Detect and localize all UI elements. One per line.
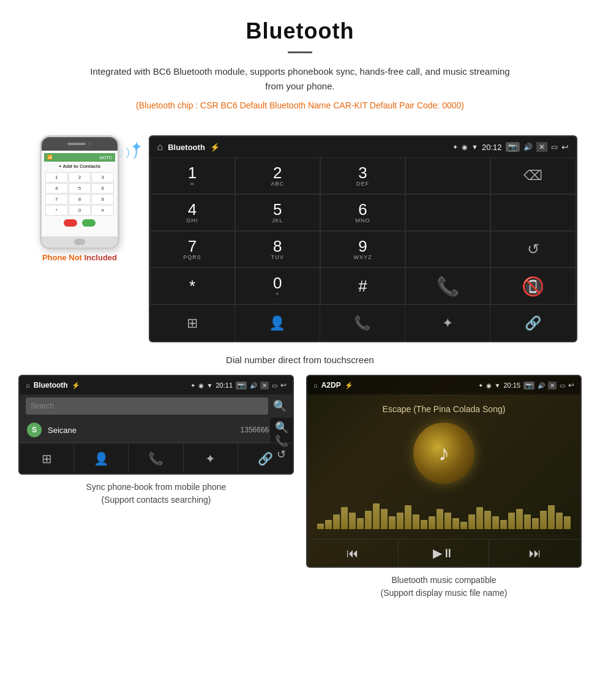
pb-contact-row[interactable]: S Seicane 13566664466 <box>20 418 293 443</box>
pb-bottom-phone[interactable]: 📞 <box>129 443 183 473</box>
music-camera-icon[interactable]: 📷 <box>523 382 534 390</box>
dial-empty-3a <box>405 231 490 268</box>
music-title: A2DP <box>321 381 341 390</box>
dial-call-btn[interactable]: 📞 <box>405 268 490 304</box>
dial-bottom-bar: ⊞ 👤 📞 ✦ 🔗 <box>150 304 576 341</box>
header-description: Integrated with BC6 Bluetooth module, su… <box>86 64 514 94</box>
music-album-art: ♪ <box>413 423 474 484</box>
dial-bottom-apps[interactable]: ⊞ <box>150 305 235 341</box>
dial-key-8[interactable]: 8 TUV <box>235 231 320 268</box>
pb-bt-icon: ✦ <box>190 382 195 389</box>
pb-bottom-apps[interactable]: ⊞ <box>20 443 74 473</box>
pb-home-icon[interactable]: ⌂ <box>26 382 30 389</box>
pb-search-placeholder: Search <box>31 402 54 410</box>
car-camera-icon[interactable]: 📷 <box>506 142 520 152</box>
car-status-bar: ⌂ Bluetooth ⚡ ✦ ◉ ▼ 20:12 📷 🔊 ✕ ▭ ↩ <box>150 137 576 157</box>
music-usb-icon: ⚡ <box>345 382 353 390</box>
music-play-btn[interactable]: ▶⏸ <box>399 540 490 566</box>
pb-loc-icon: ◉ <box>198 382 204 389</box>
middle-section: ) ) ) ✦ 📶 MOTO + Add to Contacts <box>0 123 600 348</box>
dial-key-4[interactable]: 4 GHI <box>150 194 235 231</box>
pb-close-icon[interactable]: ✕ <box>260 382 269 390</box>
dial-bottom-link[interactable]: 🔗 <box>490 305 576 341</box>
pb-bottom-contacts[interactable]: 👤 <box>74 443 129 473</box>
pb-vol-icon[interactable]: 🔊 <box>250 382 257 389</box>
music-caption: Bluetooth music compatible (Support disp… <box>378 568 511 602</box>
dial-key-0[interactable]: 0 + <box>235 268 320 304</box>
pb-title: Bluetooth <box>34 381 68 390</box>
music-song-title: Escape (The Pina Colada Song) <box>383 404 506 414</box>
phonebook-item: ⌂ Bluetooth ⚡ ✦ ◉ ▼ 20:11 📷 🔊 ✕ ▭ ↩ <box>18 375 294 602</box>
car-bluetooth-icon: ✦ <box>452 143 458 151</box>
pb-screen-icon[interactable]: ▭ <box>272 382 277 389</box>
phone-not-included-label: Phone Not Included <box>42 253 117 262</box>
dial-refresh-btn[interactable]: ↺ <box>490 231 576 268</box>
dial-bottom-bluetooth[interactable]: ✦ <box>405 305 490 341</box>
dial-key-9[interactable]: 9 WXYZ <box>320 231 405 268</box>
music-vol-icon[interactable]: 🔊 <box>538 382 545 389</box>
phonebook-screen: ⌂ Bluetooth ⚡ ✦ ◉ ▼ 20:11 📷 🔊 ✕ ▭ ↩ <box>18 375 294 475</box>
car-location-icon: ◉ <box>462 143 468 151</box>
music-content: Escape (The Pina Colada Song) ♪ <box>307 394 580 539</box>
dial-key-1[interactable]: 1 ∞ <box>150 157 235 194</box>
car-home-icon[interactable]: ⌂ <box>157 141 163 152</box>
phone-top-bar <box>42 137 118 151</box>
dial-key-3[interactable]: 3 DEF <box>320 157 405 194</box>
phonebook-caption: Sync phone-book from mobile phone (Suppo… <box>83 475 230 509</box>
dial-hangup-btn[interactable]: 📵 <box>490 268 576 304</box>
dial-backspace-btn[interactable]: ⌫ <box>490 157 576 194</box>
pb-bottom-bar: ⊞ 👤 📞 ✦ 🔗 <box>20 443 293 473</box>
pb-sidebar-search[interactable]: 🔍 <box>275 421 288 434</box>
dial-key-6[interactable]: 6 MNO <box>320 194 405 231</box>
dial-key-5[interactable]: 5 JKL <box>235 194 320 231</box>
dial-display-area <box>405 157 490 194</box>
music-screen: ⌂ A2DP ⚡ ✦ ◉ ▼ 20:15 📷 🔊 ✕ ▭ ↩ Escape (T… <box>306 375 582 568</box>
pb-letter-badge: S <box>27 423 42 437</box>
dial-key-hash[interactable]: # <box>320 268 405 304</box>
car-screen-title: Bluetooth <box>168 143 205 152</box>
car-screen-main: ⌂ Bluetooth ⚡ ✦ ◉ ▼ 20:12 📷 🔊 ✕ ▭ ↩ 1 ∞ <box>149 135 577 342</box>
phone-bottom-bar <box>42 236 118 247</box>
pb-sidebar-call[interactable]: 📞 <box>275 434 288 448</box>
car-wifi-icon: ▼ <box>471 143 478 151</box>
bottom-screenshots: ⌂ Bluetooth ⚡ ✦ ◉ ▼ 20:11 📷 🔊 ✕ ▭ ↩ <box>0 375 600 602</box>
dial-empty-2a <box>405 194 490 231</box>
header-orange-info: (Bluetooth chip : CSR BC6 Default Blueto… <box>86 99 514 112</box>
pb-search-area: Search 🔍 <box>20 394 293 418</box>
pb-wifi-icon: ▼ <box>207 382 213 389</box>
car-volume-icon[interactable]: 🔊 <box>523 143 533 151</box>
bluetooth-signal-icon: ✦ <box>130 138 143 156</box>
pb-bottom-bluetooth[interactable]: ✦ <box>184 443 238 473</box>
phone-screen: 📶 MOTO + Add to Contacts 123 456 789 *0# <box>42 151 118 236</box>
page-title: Bluetooth <box>12 18 588 44</box>
dial-key-2[interactable]: 2 ABC <box>235 157 320 194</box>
pb-search-icon[interactable]: 🔍 <box>273 399 287 413</box>
music-note-icon: ♪ <box>438 440 449 466</box>
music-next-btn[interactable]: ⏭ <box>489 540 580 566</box>
car-clock: 20:12 <box>482 143 502 152</box>
pb-sidebar-refresh[interactable]: ↺ <box>277 448 286 461</box>
dial-grid: 1 ∞ 2 ABC 3 DEF ⌫ 4 GHI 5 JKL <box>150 157 576 304</box>
music-home-icon[interactable]: ⌂ <box>313 382 318 389</box>
music-close-icon[interactable]: ✕ <box>548 382 557 390</box>
pb-back-icon[interactable]: ↩ <box>280 381 287 390</box>
dial-bottom-phone[interactable]: 📞 <box>320 305 405 341</box>
car-screen-icon[interactable]: ▭ <box>551 143 558 151</box>
dial-key-star[interactable]: * <box>150 268 235 304</box>
music-back-icon[interactable]: ↩ <box>568 381 574 390</box>
music-screen-icon[interactable]: ▭ <box>560 382 565 389</box>
dial-bottom-contacts[interactable]: 👤 <box>235 305 320 341</box>
music-item: ⌂ A2DP ⚡ ✦ ◉ ▼ 20:15 📷 🔊 ✕ ▭ ↩ Escape (T… <box>306 375 582 602</box>
pb-sidebar: 🔍 📞 ↺ <box>269 418 293 443</box>
pb-time: 20:11 <box>216 382 233 389</box>
phone-hangup-btn <box>64 219 77 227</box>
car-back-icon[interactable]: ↩ <box>561 142 569 152</box>
pb-camera-icon[interactable]: 📷 <box>236 382 247 390</box>
music-prev-btn[interactable]: ⏮ <box>307 540 399 566</box>
phone-numpad: 123 456 789 *0# <box>44 171 115 217</box>
phone-contacts-title: + Add to Contacts <box>44 162 115 171</box>
dial-key-7[interactable]: 7 PQRS <box>150 231 235 268</box>
pb-contact-name: Seicane <box>48 426 234 435</box>
pb-usb-icon: ⚡ <box>72 382 80 390</box>
car-close-icon[interactable]: ✕ <box>536 142 547 152</box>
